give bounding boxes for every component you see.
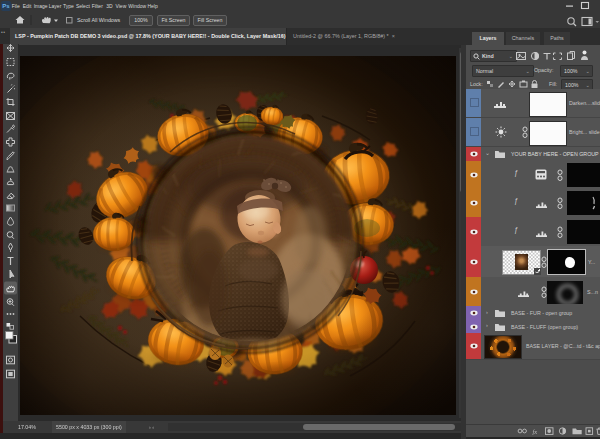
- svg-text:fx: fx: [533, 428, 538, 435]
- svg-text:Scroll All Windows: Scroll All Windows: [77, 17, 121, 23]
